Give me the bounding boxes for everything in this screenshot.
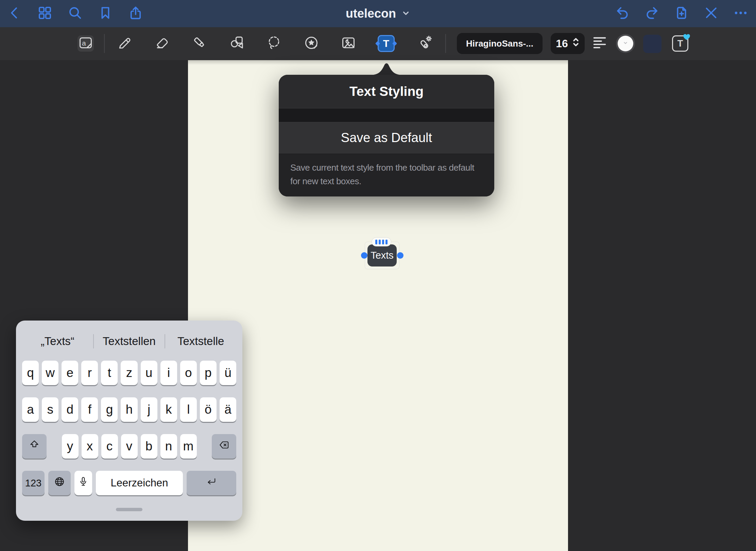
key-e[interactable]: e [62,361,78,385]
key-p[interactable]: p [200,361,217,385]
share-button[interactable] [128,6,143,21]
globe-icon [54,476,65,490]
pen-tool-button[interactable] [116,35,133,52]
sticker-star-icon [304,35,319,52]
zoom-window-tool-button[interactable]: a [78,35,94,52]
key-ue[interactable]: ü [220,361,236,385]
key-j[interactable]: j [141,397,157,422]
heart-icon [682,32,691,41]
align-left-icon [592,35,607,52]
text-box-content: Texts [371,250,394,261]
stepper-chevrons-icon [572,37,580,50]
font-size-value: 16 [556,37,568,50]
dictation-key[interactable] [74,471,92,495]
key-q[interactable]: q [22,361,39,385]
lasso-icon [266,35,282,52]
eraser-tool-button[interactable] [154,35,170,52]
key-w[interactable]: w [42,361,58,385]
secondary-color-swatch [643,35,662,53]
suggestion-quoted[interactable]: „Texts“ [22,335,93,348]
undo-button[interactable] [615,6,630,21]
save-as-default-button[interactable]: Save as Default [279,122,494,154]
thumbnails-button[interactable] [37,6,52,21]
key-g[interactable]: g [101,397,118,422]
undo-icon [615,5,630,22]
globe-key[interactable] [48,471,71,495]
text-box-drag-handle[interactable] [372,237,391,246]
key-u[interactable]: u [141,361,157,385]
highlighter-tool-button[interactable] [191,35,208,52]
font-family-button[interactable]: HiraginoSans-... [457,33,543,54]
shapes-icon [229,35,245,52]
search-button[interactable] [68,6,83,21]
more-options-button[interactable] [733,6,748,21]
space-key[interactable]: Leerzeichen [96,471,183,495]
nav-right-group [615,0,748,27]
shift-key[interactable] [22,434,47,459]
key-a[interactable]: a [22,397,39,422]
notes-app: utelecon a [0,0,756,551]
suggestion-1[interactable]: Textstellen [94,335,165,348]
keyboard-row-4: 123 Leerzeichen [22,471,236,495]
highlighter-icon [192,35,207,52]
back-button[interactable] [7,6,22,21]
favorite-text-style-button[interactable]: T [672,35,688,52]
shapes-tool-button[interactable] [229,35,245,52]
keyboard-row-1: q w e r t z u i o p ü [22,361,236,385]
floating-keyboard: „Texts“ Textstellen Textstelle q w e r t… [16,321,242,521]
key-y[interactable]: y [62,434,79,459]
toolbar-divider [445,34,446,53]
image-tool-button[interactable] [340,35,357,52]
key-c[interactable]: c [101,434,118,459]
key-d[interactable]: d [62,397,78,422]
lasso-tool-button[interactable] [266,35,282,52]
text-tool-button-selected[interactable]: T [378,35,395,52]
key-oe[interactable]: ö [200,397,217,422]
key-ae[interactable]: ä [220,397,236,422]
key-l[interactable]: l [180,397,197,422]
text-box[interactable]: Texts [367,244,397,266]
image-icon [341,35,356,52]
key-x[interactable]: x [82,434,98,459]
elements-tool-button[interactable] [303,35,320,52]
chevron-down-icon [622,40,629,47]
suggestion-2[interactable]: Textstelle [165,335,236,348]
redo-button[interactable] [645,6,659,21]
key-f[interactable]: f [81,397,98,422]
bookmark-button[interactable] [98,6,113,21]
key-o[interactable]: o [180,361,197,385]
key-b[interactable]: b [141,434,157,459]
key-i[interactable]: i [160,361,177,385]
key-z[interactable]: z [121,361,137,385]
key-t[interactable]: t [101,361,118,385]
chevron-down-icon [401,6,410,21]
keyboard-drag-grip[interactable] [116,508,142,511]
laser-pointer-tool-button[interactable] [417,35,433,52]
resize-handle-right[interactable] [397,252,403,259]
key-n[interactable]: n [160,434,177,459]
key-v[interactable]: v [121,434,138,459]
key-r[interactable]: r [81,361,98,385]
font-size-stepper[interactable]: 16 [551,33,585,54]
document-title: utelecon [346,6,396,21]
return-key[interactable] [187,471,236,495]
font-family-label: HiraginoSans-... [466,38,533,49]
key-m[interactable]: m [180,434,197,459]
add-page-button[interactable] [674,6,689,21]
keyboard-row-2: a s d f g h j k l ö ä [22,397,236,422]
key-s[interactable]: s [42,397,58,422]
popover-arrow [370,60,403,75]
text-align-button[interactable] [591,35,608,52]
numbers-key[interactable]: 123 [22,471,45,495]
backspace-key[interactable] [212,434,236,459]
text-styling-popover: Text Styling Save as Default Save curren… [279,75,494,196]
key-h[interactable]: h [121,397,137,422]
keyboard-row-3: y x c v b n m [22,434,236,459]
pen-mode-toggle-button[interactable] [704,6,719,21]
nav-left-group [7,0,143,27]
document-title-button[interactable]: utelecon [346,0,410,27]
text-color-button[interactable] [616,34,635,53]
key-k[interactable]: k [160,397,177,422]
eraser-icon [154,35,170,52]
resize-handle-left[interactable] [361,252,367,259]
